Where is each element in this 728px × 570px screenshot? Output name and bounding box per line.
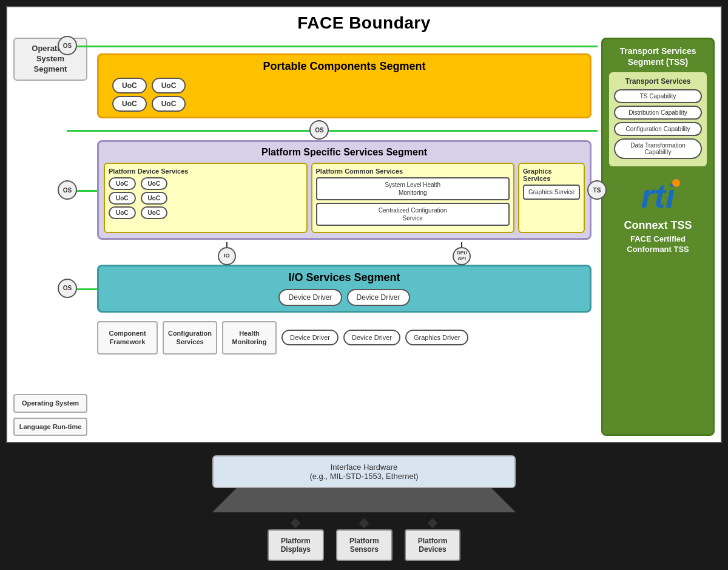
tss-inner: Transport Services TS Capability Distrib…: [609, 72, 707, 166]
tss-title: Transport ServicesSegment (TSS): [609, 46, 707, 67]
right-sidebar: Transport ServicesSegment (TSS) Transpor…: [596, 38, 715, 436]
platform-devices-box: PlatformDevices: [405, 529, 461, 561]
component-framework-box: ComponentFramework: [97, 321, 158, 355]
platform-segment: Platform Specific Services Segment Platf…: [97, 140, 592, 240]
bottom-driver-1: Device Driver: [281, 330, 339, 345]
config-services-box: ConfigurationServices: [163, 321, 217, 355]
center-content: OS Portable Components Segment UoC UoC: [97, 38, 592, 436]
configuration-capability: Configuration Capability: [614, 122, 702, 136]
bottom-row: ComponentFramework ConfigurationServices…: [97, 316, 592, 359]
tss-panel: Transport ServicesSegment (TSS) Transpor…: [601, 38, 715, 436]
platform-displays-col: PlatformDisplays: [268, 520, 324, 561]
bottom-graphics-driver: Graphics Driver: [405, 330, 468, 345]
platform-devices-col: PlatformDevices: [405, 520, 461, 561]
graphics-service-item: Graphics Service: [523, 185, 580, 200]
device-driver-row: Device Driver Device Driver: [106, 289, 582, 306]
face-boundary-title: FACE Boundary: [13, 13, 715, 33]
left-sidebar: OperatingSystemSegment Operating System …: [13, 38, 92, 436]
rti-text: rti: [641, 177, 675, 215]
face-certified-label: FACE CertifiedConformant TSS: [627, 234, 689, 255]
uoc-grid: UoC UoC UoC UoC: [106, 78, 582, 112]
uoc-2: UoC: [152, 78, 186, 93]
gs-title: Graphics Services: [523, 168, 580, 182]
platform-device-services: Platform Device Services UoC UoC UoC UoC: [104, 163, 308, 233]
io-segment: I/O Services Segment Device Driver Devic…: [97, 265, 592, 313]
os-connector-middle: OS: [309, 120, 329, 140]
trapezoid: [212, 488, 516, 512]
platform-common-services: Platform Common Services System Level He…: [311, 163, 515, 233]
pds-uoc-1: UoC: [109, 177, 136, 190]
pds-uoc-3: UoC: [109, 192, 136, 205]
platform-displays-box: PlatformDisplays: [268, 529, 324, 561]
tss-inner-title: Transport Services: [614, 77, 702, 86]
uoc-3: UoC: [112, 96, 147, 112]
diamond-3: [428, 518, 438, 529]
platform-title: Platform Specific Services Segment: [104, 147, 585, 158]
io-connector-circle: IO: [218, 247, 236, 265]
io-title: I/O Services Segment: [106, 271, 582, 284]
rti-area: rti Connext TSS FACE CertifiedConformant…: [609, 171, 707, 428]
platform-items-row: PlatformDisplays PlatformSensors Platfor…: [268, 520, 461, 561]
portable-title: Portable Components Segment: [106, 60, 582, 73]
pds-uoc-6: UoC: [141, 206, 168, 219]
uoc-4: UoC: [152, 96, 186, 112]
diagram-area: FACE Boundary OperatingSystemSegment Ope…: [6, 6, 722, 443]
operating-system-box: Operating System: [13, 394, 87, 412]
bottom-driver-2: Device Driver: [343, 330, 400, 345]
gpu-api-connector-circle: GPUAPI: [453, 247, 471, 265]
os-connector-top-left: OS: [58, 36, 77, 55]
language-runtime-box: Language Run-time: [13, 418, 87, 436]
pds-uoc-4: UoC: [141, 192, 168, 205]
health-monitoring-service: System Level HealthMonitoring: [316, 177, 510, 200]
rti-dot: [672, 179, 680, 187]
platform-sensors-col: PlatformSensors: [336, 520, 393, 561]
uoc-1: UoC: [112, 78, 147, 93]
rti-logo: rti: [641, 176, 675, 215]
ts-capability: TS Capability: [614, 89, 702, 103]
interface-hardware-box: Interface Hardware(e.g., MIL-STD-1553, E…: [212, 455, 516, 488]
os-connector-platform: OS: [58, 180, 77, 200]
health-monitoring-box: HealthMonitoring: [222, 321, 277, 355]
io-driver-2: Device Driver: [347, 289, 410, 306]
platform-inner: Platform Device Services UoC UoC UoC UoC: [104, 163, 585, 233]
connext-tss-label: Connext TSS: [624, 219, 692, 232]
config-service: Centralized ConfigurationService: [316, 203, 510, 226]
data-transformation-capability: Data TransformationCapability: [614, 138, 702, 159]
pds-title: Platform Device Services: [109, 168, 303, 175]
platform-sensors-box: PlatformSensors: [336, 529, 393, 561]
pcs-title: Platform Common Services: [316, 168, 510, 175]
distribution-capability: Distribution Capability: [614, 106, 702, 120]
main-container: FACE Boundary OperatingSystemSegment Ope…: [0, 0, 728, 570]
io-driver-1: Device Driver: [278, 289, 342, 306]
pds-uoc-2: UoC: [141, 177, 168, 190]
hardware-area: Interface Hardware(e.g., MIL-STD-1553, E…: [0, 449, 728, 570]
ts-connector-platform: TS: [587, 180, 607, 200]
graphics-services: Graphics Services Graphics Service: [518, 163, 585, 233]
os-connector-io: OS: [58, 279, 77, 298]
diamond-1: [291, 518, 301, 529]
pds-uoc-5: UoC: [109, 206, 136, 219]
portable-segment: Portable Components Segment UoC UoC UoC …: [97, 53, 592, 118]
diamond-2: [359, 518, 369, 529]
